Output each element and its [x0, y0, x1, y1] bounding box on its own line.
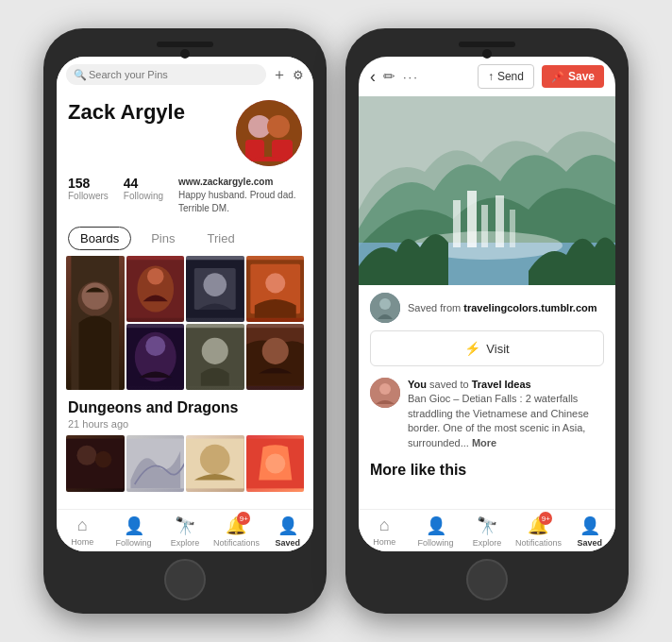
saver-avatar	[370, 378, 400, 408]
nav-home-2[interactable]: ⌂ Home	[359, 515, 410, 548]
save-button[interactable]: 📌 Save	[542, 65, 604, 88]
profile-name: Zack Argyle	[68, 100, 227, 125]
nav-following-label: Following	[116, 538, 152, 548]
home-button-2[interactable]	[466, 559, 508, 600]
phone-1: 🔍 ＋ ⚙ Zack Argyle	[43, 28, 327, 614]
grid-cell-5[interactable]	[126, 324, 185, 390]
svg-rect-4	[272, 140, 293, 159]
nav-notifications[interactable]: 🔔 9+ Notifications	[210, 515, 261, 548]
add-button[interactable]: ＋	[272, 65, 287, 85]
bottom-nav-1: ⌂ Home 👤 Following 🔭 Explore 🔔 9+ Not	[57, 509, 313, 551]
board-grid-1	[57, 256, 313, 390]
pin-icon: 📌	[551, 71, 564, 83]
lightning-icon: ⚡	[464, 341, 480, 356]
search-input[interactable]	[66, 64, 266, 85]
screen-content-1: 🔍 ＋ ⚙ Zack Argyle	[57, 57, 313, 551]
phone-screen-2: ‹ ✏ ··· ↑ Send 📌 Save	[359, 57, 615, 551]
phone-2: ‹ ✏ ··· ↑ Send 📌 Save	[345, 28, 629, 614]
grid-cell-7[interactable]	[246, 324, 305, 390]
source-url[interactable]: travelingcolors.tumblr.com	[463, 302, 596, 313]
explore-icon: 🔭	[175, 515, 195, 536]
saver-name: You	[408, 379, 429, 390]
home-button-1[interactable]	[164, 559, 206, 600]
bottom-nav-2: ⌂ Home 👤 Following 🔭 Explore 🔔 9+ Not	[359, 509, 615, 551]
source-avatar	[370, 293, 400, 323]
svg-point-44	[379, 383, 391, 395]
more-link[interactable]: More	[472, 437, 496, 448]
more-options-icon[interactable]: ···	[403, 70, 419, 84]
search-wrap[interactable]: 🔍	[66, 64, 266, 85]
edit-icon[interactable]: ✏	[383, 68, 395, 85]
following-label: Following	[124, 191, 163, 201]
svg-point-2	[267, 115, 290, 138]
grid-cell-6[interactable]	[186, 324, 244, 390]
more-like-this-title: More like this	[359, 458, 615, 482]
nav-saved[interactable]: 👤 Saved	[262, 515, 313, 548]
grid-cell-1[interactable]	[66, 256, 125, 390]
following-stat: 44 Following	[124, 176, 163, 201]
svg-point-24	[261, 338, 288, 364]
notification-badge-2: 🔔 9+	[528, 515, 548, 536]
gear-icon[interactable]: ⚙	[293, 68, 304, 82]
avatar-image	[236, 100, 302, 166]
explore-icon-2: 🔭	[477, 515, 497, 536]
nav-following-2[interactable]: 👤 Following	[410, 515, 461, 548]
svg-point-32	[265, 453, 285, 473]
svg-point-21	[202, 338, 228, 364]
profile-tabs: Boards Pins Tried	[57, 221, 313, 256]
visit-button[interactable]: ⚡ Visit	[370, 330, 604, 366]
nav-saved-2[interactable]: 👤 Saved	[564, 515, 615, 548]
source-text: Saved from travelingcolors.tumblr.com	[408, 302, 597, 313]
profile-stats: 158 Followers 44 Following www.zackargyl…	[57, 172, 313, 221]
home-icon-2: ⌂	[379, 515, 390, 535]
nav-home-label: Home	[71, 537, 93, 547]
nav-explore-2[interactable]: 🔭 Explore	[462, 515, 512, 548]
search-bar: 🔍 ＋ ⚙	[57, 57, 313, 93]
nav-notifications-label: Notifications	[213, 538, 260, 548]
back-button[interactable]: ‹	[370, 67, 376, 87]
svg-point-26	[76, 446, 96, 465]
svg-point-16	[265, 273, 285, 293]
svg-rect-3	[245, 140, 264, 159]
board-time-1: 21 hours ago	[57, 418, 313, 435]
followers-label: Followers	[68, 191, 109, 201]
svg-point-7	[82, 282, 109, 309]
grid-cell-b1[interactable]	[66, 435, 125, 492]
badge-count-2: 9+	[539, 512, 552, 525]
tab-pins[interactable]: Pins	[139, 227, 187, 250]
tab-tried[interactable]: Tried	[195, 227, 247, 250]
svg-point-13	[203, 273, 227, 296]
following-count: 44	[124, 176, 139, 191]
notification-badge: 🔔 9+	[226, 515, 246, 536]
followers-count: 158	[68, 176, 90, 191]
svg-point-42	[379, 298, 391, 310]
grid-cell-b2[interactable]	[126, 435, 185, 492]
phone-screen-1: 🔍 ＋ ⚙ Zack Argyle	[57, 57, 313, 551]
nav-home[interactable]: ⌂ Home	[57, 515, 108, 548]
svg-point-30	[200, 445, 230, 475]
grid-cell-b3[interactable]	[186, 435, 244, 492]
saved-icon-2: 👤	[580, 515, 600, 536]
phone-speaker	[157, 42, 213, 47]
pin-source: Saved from travelingcolors.tumblr.com	[359, 285, 615, 330]
nav-notifications-2[interactable]: 🔔 9+ Notifications	[512, 515, 563, 548]
pin-description: Ban Gioc – Detian Falls : 2 waterfalls s…	[408, 393, 589, 448]
grid-cell-2[interactable]	[126, 256, 185, 322]
screen-content-2: ‹ ✏ ··· ↑ Send 📌 Save	[359, 57, 615, 551]
nav-explore-label-2: Explore	[473, 538, 502, 548]
nav-explore[interactable]: 🔭 Explore	[160, 515, 210, 548]
search-icon: 🔍	[74, 69, 87, 81]
grid-cell-4[interactable]	[246, 256, 305, 322]
nav-saved-label-2: Saved	[578, 538, 603, 548]
following-icon: 👤	[124, 515, 144, 536]
website-link[interactable]: www.zackargyle.com	[178, 176, 302, 189]
grid-cell-3[interactable]	[186, 256, 244, 322]
grid-cell-b4[interactable]	[246, 435, 305, 492]
nav-following-label-2: Following	[418, 538, 454, 548]
tab-boards[interactable]: Boards	[68, 227, 131, 250]
phone-camera	[180, 49, 190, 59]
send-button[interactable]: ↑ Send	[478, 64, 534, 89]
svg-point-10	[146, 268, 163, 285]
nav-following[interactable]: 👤 Following	[108, 515, 159, 548]
phone-camera-2	[482, 49, 492, 59]
